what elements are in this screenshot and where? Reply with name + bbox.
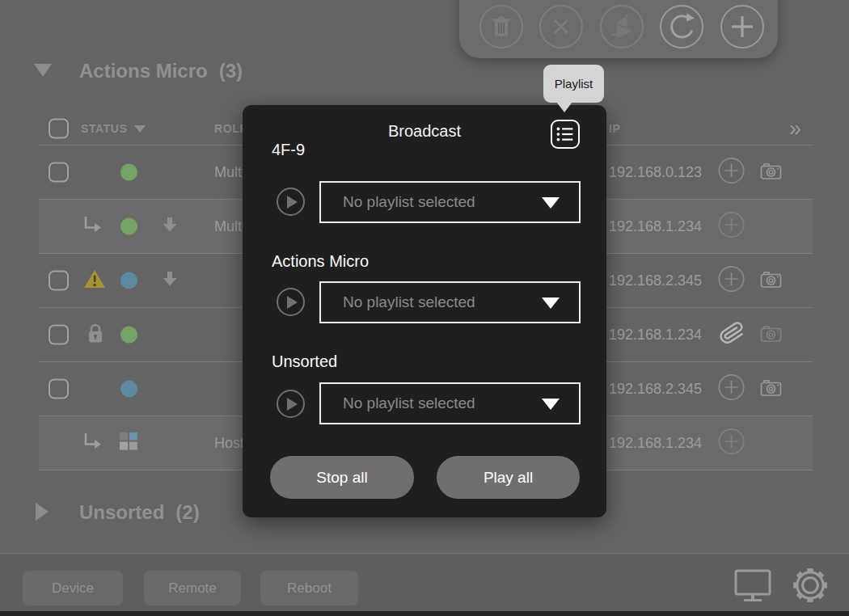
play-group-button[interactable] [277, 390, 305, 418]
chevron-down-icon [542, 297, 560, 309]
plus-circle-icon [718, 374, 745, 401]
trash-icon [489, 14, 513, 40]
screenshot-button[interactable] [760, 324, 782, 346]
ip-value: 192.168.0.123 [609, 164, 702, 181]
plus-circle-icon [718, 212, 745, 238]
bottom-toolbar: Device Remote Reboot [0, 553, 849, 616]
delete-button[interactable] [479, 5, 523, 49]
camera-icon [760, 324, 782, 343]
selection-toolbar [459, 0, 778, 58]
lock-icon [86, 323, 105, 347]
ip-value: 192.168.1.234 [609, 327, 702, 344]
screenshot-button[interactable] [760, 270, 782, 292]
column-header-status[interactable]: STATUS [81, 122, 146, 135]
group-label: Unsorted [272, 352, 337, 371]
stream-down-icon [161, 270, 179, 291]
status-idle-dot [120, 381, 137, 398]
app-screen: Actions Micro (3) STATUS ROLE IP » Multi… [0, 0, 849, 616]
camera-icon [760, 378, 782, 397]
host-grid-icon [120, 432, 138, 454]
play-all-button[interactable]: Play all [437, 456, 580, 499]
group-label: Actions Micro [272, 252, 369, 271]
row-checkbox[interactable] [49, 325, 69, 345]
screenshot-button[interactable] [760, 162, 782, 184]
warning-icon [83, 269, 106, 293]
display-button[interactable] [733, 567, 773, 605]
play-group-button[interactable] [277, 188, 305, 216]
section-count: (3) [219, 60, 243, 82]
column-header-ip[interactable]: IP [609, 122, 620, 135]
select-all-checkbox[interactable] [49, 119, 69, 139]
plus-circle-icon [718, 266, 745, 293]
screen-edge-strip [0, 611, 849, 616]
pin-button[interactable] [600, 5, 644, 49]
playlist-select[interactable]: No playlist selected [319, 382, 581, 424]
attachment-button[interactable] [720, 321, 745, 349]
chevron-down-icon [542, 197, 560, 209]
expand-arrow-icon[interactable] [36, 503, 49, 521]
group-label: 4F-9 [272, 141, 305, 159]
playlist-button[interactable] [551, 120, 580, 149]
status-idle-dot [120, 272, 137, 289]
ip-value: 192.168.1.234 [609, 218, 702, 235]
plus-circle-icon [718, 158, 745, 184]
refresh-button[interactable] [660, 5, 703, 49]
deselect-button[interactable] [539, 5, 583, 49]
section-title: Unsorted [79, 501, 164, 524]
add-action-button[interactable] [718, 266, 745, 296]
plus-icon [729, 13, 756, 40]
section-title: Actions Micro [79, 60, 208, 82]
plus-circle-icon [718, 428, 745, 455]
close-icon [549, 15, 573, 39]
paperclip-icon [717, 319, 747, 348]
ip-value: 192.168.2.345 [609, 272, 702, 289]
add-action-button[interactable] [718, 374, 745, 404]
playlist-select-value: No playlist selected [343, 183, 475, 222]
row-checkbox[interactable] [49, 271, 69, 291]
playlist-tooltip: Playlist [543, 65, 604, 103]
pin-icon [606, 11, 638, 43]
chevron-down-icon [542, 399, 560, 410]
refresh-icon [665, 11, 698, 43]
status-online-dot [120, 327, 137, 344]
playlist-select-value: No playlist selected [343, 384, 475, 423]
play-group-button[interactable] [277, 288, 305, 316]
expand-columns-icon[interactable]: » [789, 116, 799, 141]
broadcast-dialog: Broadcast 4F-9 No playlist selected Acti… [243, 105, 606, 517]
screenshot-button[interactable] [760, 378, 782, 400]
reboot-button[interactable]: Reboot [260, 571, 358, 605]
monitor-icon [733, 567, 772, 605]
add-action-button[interactable] [718, 212, 745, 242]
ip-value: 192.168.2.345 [609, 381, 702, 398]
status-online-dot [120, 218, 137, 235]
role-value: Host [214, 435, 244, 452]
collapse-arrow-icon[interactable] [34, 64, 52, 77]
gear-icon [790, 565, 830, 605]
playlist-list-icon [554, 123, 577, 146]
play-icon [287, 196, 298, 209]
sort-desc-icon [134, 125, 146, 133]
playlist-select-value: No playlist selected [343, 283, 475, 322]
camera-icon [760, 270, 782, 289]
section-count: (2) [175, 501, 199, 524]
child-device-arrow-icon [81, 215, 103, 238]
status-online-dot [120, 164, 137, 181]
stream-down-icon [161, 216, 179, 237]
playlist-select[interactable]: No playlist selected [319, 181, 581, 223]
ip-value: 192.168.1.234 [609, 435, 702, 452]
row-checkbox[interactable] [49, 162, 69, 183]
play-icon [287, 296, 298, 309]
settings-button[interactable] [789, 564, 831, 606]
remote-button[interactable]: Remote [144, 571, 241, 605]
add-device-button[interactable] [720, 5, 764, 49]
add-action-button[interactable] [718, 428, 745, 458]
stop-all-button[interactable]: Stop all [270, 456, 414, 499]
row-checkbox[interactable] [49, 379, 69, 399]
device-button[interactable]: Device [23, 571, 123, 605]
playlist-select[interactable]: No playlist selected [319, 281, 581, 323]
add-action-button[interactable] [718, 158, 745, 188]
play-icon [287, 398, 298, 411]
child-device-arrow-icon [81, 432, 103, 454]
camera-icon [760, 162, 782, 180]
